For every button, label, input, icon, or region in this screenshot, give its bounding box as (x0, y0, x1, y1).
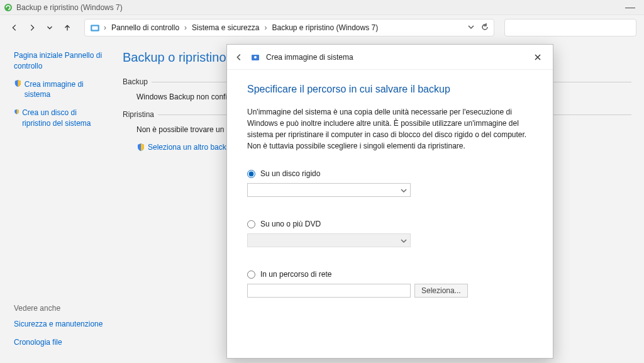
chevron-down-icon[interactable] (467, 23, 475, 33)
back-button[interactable] (8, 21, 21, 35)
option-dvd-radio[interactable] (247, 220, 255, 228)
option-harddisk: Su un disco rigido (247, 169, 533, 197)
shield-icon (14, 108, 19, 116)
breadcrumb[interactable]: Pannello di controllo (110, 23, 180, 32)
sidebar-create-image-link[interactable]: Crea immagine di sistema (25, 79, 104, 101)
option-harddisk-label[interactable]: Su un disco rigido (247, 169, 533, 178)
window-titlebar: Backup e ripristino (Windows 7) — (0, 0, 644, 15)
breadcrumb[interactable]: Backup e ripristino (Windows 7) (270, 23, 379, 32)
option-dvd: Su uno o più DVD (247, 220, 533, 247)
location-icon (90, 23, 100, 33)
sidebar-home-link[interactable]: Pagina iniziale Pannello di controllo (14, 50, 104, 72)
see-also-filehistory-link[interactable]: Cronologia file (14, 337, 104, 348)
svg-point-4 (254, 56, 257, 59)
dvd-combo (247, 233, 411, 247)
option-harddisk-radio[interactable] (247, 170, 255, 178)
svg-point-2 (4, 4, 12, 11)
wizard-title: Crea immagine di sistema (266, 53, 353, 62)
search-input[interactable] (504, 19, 636, 36)
see-also-header: Vedere anche (14, 304, 104, 313)
chevron-right-icon: › (103, 23, 108, 32)
wizard-titlebar: Crea immagine di sistema (227, 45, 553, 70)
chevron-down-icon (401, 187, 407, 193)
chevron-right-icon: › (263, 23, 268, 32)
forward-button[interactable] (25, 21, 39, 35)
wizard-heading: Specificare il percorso in cui salvare i… (247, 84, 533, 95)
option-network-radio[interactable] (247, 271, 255, 279)
minimize-button[interactable]: — (620, 2, 640, 13)
see-also-security-link[interactable]: Sicurezza e manutenzione (14, 319, 104, 330)
breadcrumb[interactable]: Sistema e sicurezza (191, 23, 260, 32)
app-icon (4, 3, 13, 12)
navigation-bar: › Pannello di controllo › Sistema e sicu… (0, 15, 644, 40)
refresh-icon[interactable] (481, 23, 489, 33)
chevron-right-icon: › (183, 23, 188, 32)
harddisk-combo[interactable] (247, 183, 411, 197)
option-dvd-label[interactable]: Su uno o più DVD (247, 220, 533, 228)
wizard-dialog: Crea immagine di sistema Specificare il … (226, 44, 553, 359)
shield-icon (14, 79, 22, 88)
window-title: Backup e ripristino (Windows 7) (16, 3, 620, 12)
up-button[interactable] (60, 21, 74, 35)
select-button[interactable]: Seleziona... (414, 284, 468, 298)
wizard-icon (251, 53, 260, 62)
wizard-back-button[interactable] (233, 52, 245, 63)
chevron-down-icon (401, 237, 407, 243)
sidebar: Pagina iniziale Pannello di controllo Cr… (0, 40, 110, 363)
option-network: In un percorso di rete Seleziona... (247, 270, 533, 298)
network-path-input[interactable] (247, 284, 411, 298)
recent-button[interactable] (43, 21, 57, 35)
wizard-close-button[interactable] (529, 48, 547, 66)
sidebar-create-disc-link[interactable]: Crea un disco di ripristino del sistema (22, 108, 104, 129)
shield-icon (136, 143, 145, 152)
address-bar[interactable]: › Pannello di controllo › Sistema e sicu… (84, 19, 494, 36)
wizard-description: Un'immagine del sistema è una copia dell… (247, 106, 533, 152)
option-network-label[interactable]: In un percorso di rete (247, 270, 533, 279)
